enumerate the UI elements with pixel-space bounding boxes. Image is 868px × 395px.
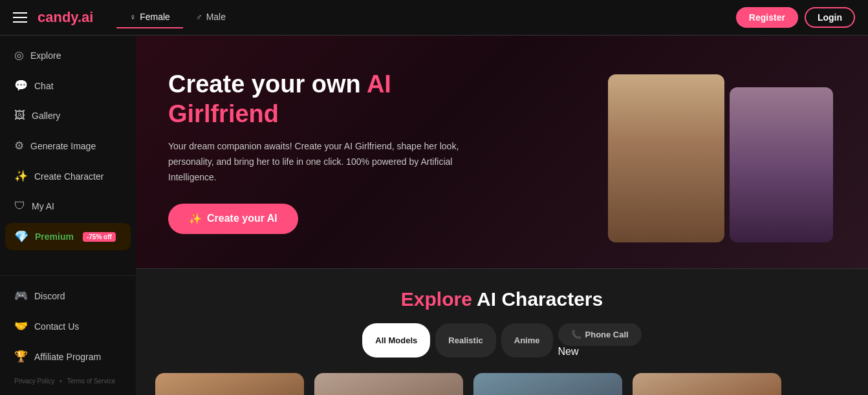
explore-title-highlight: Explore <box>401 288 472 310</box>
main-layout: ◎ Explore 💬 Chat 🖼 Gallery ⚙ Generate Im… <box>0 36 868 395</box>
filter-tabs: All Models Realistic Anime 📞 Phone Call … <box>149 323 855 358</box>
generate-image-icon: ⚙ <box>14 139 24 153</box>
hero-content: Create your own AI Girlfriend Your dream… <box>168 70 479 234</box>
hero-title-ai: AI <box>367 70 391 98</box>
main-content: Create your own AI Girlfriend Your dream… <box>136 36 868 395</box>
explore-title-rest: AI Characters <box>477 288 603 310</box>
logo[interactable]: candy.ai <box>38 9 93 26</box>
sidebar-explore-label: Explore <box>30 50 61 61</box>
sidebar-item-generate-image[interactable]: ⚙ Generate Image <box>5 131 131 160</box>
character-card-3[interactable]: 💬 <box>473 373 622 395</box>
hero-title-girlfriend: Girlfriend <box>168 100 279 127</box>
tab-male[interactable]: ♂ Male <box>183 6 239 28</box>
character-grid: 💬 💬 💬 💬 <box>149 373 855 395</box>
footer-links: Privacy Policy • Terms of Service <box>5 372 131 390</box>
sidebar-discord-label: Discord <box>34 291 65 301</box>
chat-icon: 💬 <box>14 79 28 92</box>
hero-image-2 <box>730 87 833 242</box>
discord-icon: 🎮 <box>14 289 28 303</box>
sidebar: ◎ Explore 💬 Chat 🖼 Gallery ⚙ Generate Im… <box>0 36 136 395</box>
hero-banner: Create your own AI Girlfriend Your dream… <box>136 36 868 269</box>
my-ai-icon: 🛡 <box>14 200 25 213</box>
character-card-1-bg <box>155 373 304 395</box>
create-ai-label: Create your AI <box>207 213 277 224</box>
gem-icon: 💎 <box>14 230 28 244</box>
footer-dot: • <box>60 378 62 385</box>
logo-ai: ai <box>81 9 93 25</box>
sidebar-item-my-ai[interactable]: 🛡 My AI <box>5 192 131 220</box>
hamburger-menu[interactable] <box>13 12 27 23</box>
filter-tab-all-models[interactable]: All Models <box>362 323 430 358</box>
sidebar-item-explore[interactable]: ◎ Explore <box>5 41 131 70</box>
character-card-3-bg <box>473 373 622 395</box>
character-card-2-bg <box>314 373 463 395</box>
affiliate-icon: 🏆 <box>14 350 28 363</box>
gallery-icon: 🖼 <box>14 109 25 122</box>
sidebar-item-affiliate[interactable]: 🏆 Affiliate Program <box>5 342 131 371</box>
sidebar-bottom: 🎮 Discord 🤝 Contact Us 🏆 Affiliate Progr… <box>0 275 136 395</box>
discount-badge: -75% off <box>83 232 116 242</box>
sidebar-chat-label: Chat <box>34 81 54 91</box>
male-icon: ♂ <box>196 12 202 22</box>
tab-male-label: Male <box>206 12 226 22</box>
sidebar-create-label: Create Character <box>34 171 103 182</box>
sidebar-my-ai-label: My AI <box>32 201 54 211</box>
character-card-2[interactable]: 💬 <box>314 373 463 395</box>
terms-link[interactable]: Terms of Service <box>67 378 115 385</box>
logo-text: candy <box>38 9 78 25</box>
create-ai-button[interactable]: ✨ Create your AI <box>168 204 298 234</box>
hero-title-line1: Create your own <box>168 70 361 98</box>
create-ai-icon: ✨ <box>189 213 202 225</box>
character-card-1[interactable]: 💬 <box>155 373 304 395</box>
contact-icon: 🤝 <box>14 319 28 333</box>
login-button[interactable]: Login <box>805 7 855 28</box>
privacy-link[interactable]: Privacy Policy <box>14 378 54 385</box>
filter-phone-label: Phone Call <box>585 330 629 339</box>
tab-female-label: Female <box>140 12 170 22</box>
header: candy.ai ♀ Female ♂ Male Register Login <box>0 0 868 36</box>
filter-tab-anime[interactable]: Anime <box>501 323 553 358</box>
filter-anime-label: Anime <box>514 336 540 345</box>
female-icon: ♀ <box>129 12 136 22</box>
filter-tab-phone-call-wrap: 📞 Phone Call New <box>558 323 642 358</box>
explore-icon: ◎ <box>14 48 24 62</box>
gender-tabs: ♀ Female ♂ Male <box>116 6 239 28</box>
filter-tab-realistic[interactable]: Realistic <box>435 323 495 358</box>
sidebar-affiliate-label: Affiliate Program <box>34 352 101 362</box>
explore-section: Explore AI Characters All Models Realist… <box>136 269 868 395</box>
hero-images <box>605 61 836 242</box>
header-left: candy.ai ♀ Female ♂ Male <box>13 6 239 28</box>
sidebar-item-discord[interactable]: 🎮 Discord <box>5 281 131 310</box>
header-right: Register Login <box>736 7 855 28</box>
tab-female[interactable]: ♀ Female <box>116 6 182 28</box>
character-card-4[interactable]: 💬 Activate Windows Go to Settings to act… <box>633 373 781 395</box>
sidebar-generate-label: Generate Image <box>30 141 96 151</box>
sidebar-contact-label: Contact Us <box>34 321 79 332</box>
hero-description: Your dream companion awaits! Create your… <box>168 139 479 185</box>
filter-tab-phone-call[interactable]: 📞 Phone Call <box>558 323 642 346</box>
register-button[interactable]: Register <box>736 7 798 28</box>
premium-badge[interactable]: 💎 Premium -75% off <box>5 223 131 250</box>
sidebar-scroll: ◎ Explore 💬 Chat 🖼 Gallery ⚙ Generate Im… <box>0 36 136 275</box>
filter-realistic-label: Realistic <box>448 336 483 345</box>
sidebar-item-contact-us[interactable]: 🤝 Contact Us <box>5 312 131 341</box>
phone-call-icon: 📞 <box>571 330 581 339</box>
explore-title: Explore AI Characters <box>149 288 855 310</box>
sidebar-item-gallery[interactable]: 🖼 Gallery <box>5 101 131 130</box>
sidebar-item-create-character[interactable]: ✨ Create Character <box>5 162 131 191</box>
filter-all-label: All Models <box>375 336 417 345</box>
sidebar-gallery-label: Gallery <box>32 111 60 121</box>
sidebar-item-chat[interactable]: 💬 Chat <box>5 71 131 100</box>
hero-title: Create your own AI Girlfriend <box>168 70 479 129</box>
create-character-icon: ✨ <box>14 169 28 183</box>
new-badge: New <box>558 346 579 357</box>
hero-image-1 <box>608 74 724 242</box>
character-card-4-bg <box>633 373 781 395</box>
premium-label: Premium <box>35 231 74 242</box>
